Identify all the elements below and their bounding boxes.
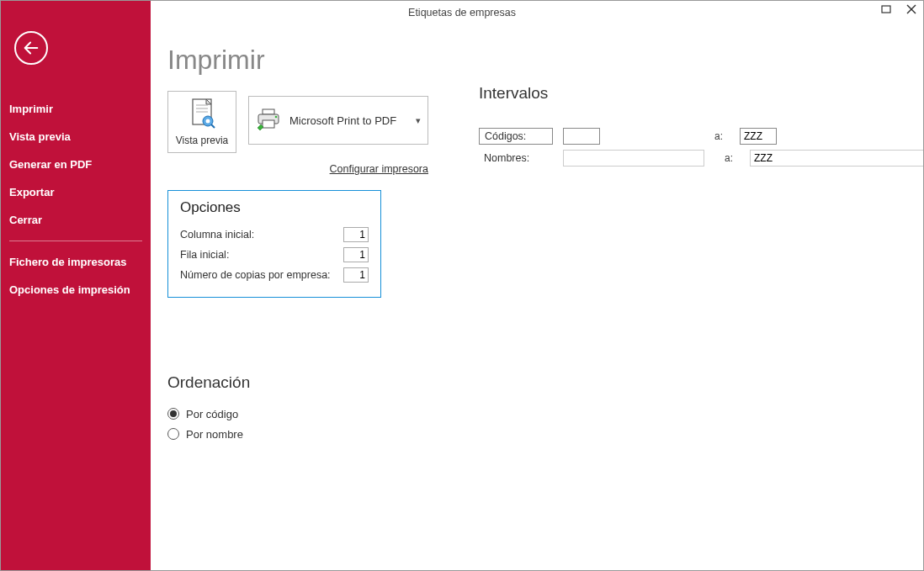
- codigos-sep: a:: [714, 130, 730, 142]
- sidebar-item-fichero-impresoras[interactable]: Fichero de impresoras: [1, 248, 151, 276]
- ordenacion-panel: Ordenación Por código Por nombre: [167, 373, 906, 444]
- intervalos-panel: Intervalos Códigos: a: Nombres: a:: [479, 84, 924, 170]
- main-content: Imprimir: [151, 24, 923, 570]
- nombres-sep: a:: [725, 152, 740, 164]
- intervalos-heading: Intervalos: [479, 84, 924, 103]
- fila-inicial-input[interactable]: [343, 247, 369, 262]
- svg-rect-12: [263, 109, 274, 114]
- ordenacion-heading: Ordenación: [167, 373, 906, 392]
- document-preview-icon: [188, 98, 216, 131]
- opciones-heading: Opciones: [180, 199, 369, 216]
- copias-label: Número de copias por empresa:: [180, 269, 331, 281]
- svg-rect-14: [263, 120, 274, 128]
- por-codigo-label: Por código: [186, 408, 238, 420]
- nombres-to-input[interactable]: [750, 150, 924, 167]
- vista-previa-button[interactable]: Vista previa: [167, 91, 236, 153]
- codigos-label: Códigos:: [479, 128, 553, 145]
- fila-inicial-label: Fila inicial:: [180, 249, 229, 261]
- columna-inicial-label: Columna inicial:: [180, 229, 254, 241]
- columna-inicial-input[interactable]: [343, 227, 369, 242]
- close-icon[interactable]: [905, 4, 918, 16]
- svg-rect-0: [882, 6, 890, 13]
- radio-por-codigo[interactable]: Por código: [167, 404, 906, 424]
- sidebar-item-vista-previa[interactable]: Vista previa: [1, 123, 151, 151]
- svg-line-11: [211, 124, 215, 128]
- radio-por-nombre[interactable]: Por nombre: [167, 424, 906, 444]
- por-nombre-label: Por nombre: [186, 428, 243, 441]
- svg-point-10: [206, 119, 210, 124]
- svg-point-15: [275, 115, 278, 118]
- printer-name: Microsoft Print to PDF: [289, 114, 396, 127]
- printer-dropdown[interactable]: Microsoft Print to PDF ▾: [248, 96, 428, 145]
- page-title: Imprimir: [167, 45, 906, 76]
- sidebar-item-cerrar[interactable]: Cerrar: [1, 206, 151, 234]
- sidebar-item-opciones-impresion[interactable]: Opciones de impresión: [1, 276, 151, 304]
- chevron-down-icon: ▾: [416, 115, 421, 126]
- vista-previa-label: Vista previa: [176, 135, 228, 146]
- printer-icon: [256, 108, 281, 133]
- maximize-icon[interactable]: [879, 4, 893, 16]
- nombres-from-input[interactable]: [563, 150, 704, 167]
- configurar-impresora-link[interactable]: Configurar impresora: [167, 163, 428, 175]
- window-title: Etiquetas de empresas: [408, 7, 516, 19]
- opciones-panel: Opciones Columna inicial: Fila inicial: …: [167, 190, 381, 298]
- sidebar-item-generar-pdf[interactable]: Generar en PDF: [1, 151, 151, 178]
- codigos-from-input[interactable]: [563, 128, 600, 145]
- radio-icon-checked: [167, 408, 179, 420]
- sidebar: Imprimir Vista previa Generar en PDF Exp…: [1, 1, 151, 570]
- sidebar-item-imprimir[interactable]: Imprimir: [1, 95, 151, 123]
- codigos-to-input[interactable]: [740, 128, 777, 145]
- back-button[interactable]: [14, 31, 48, 65]
- sidebar-separator: [9, 241, 142, 241]
- copias-input[interactable]: [343, 267, 369, 283]
- radio-icon-unchecked: [167, 428, 179, 440]
- sidebar-item-exportar[interactable]: Exportar: [1, 178, 151, 206]
- nombres-label: Nombres:: [479, 150, 553, 167]
